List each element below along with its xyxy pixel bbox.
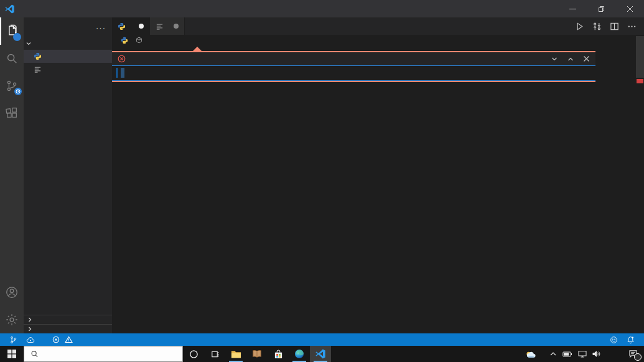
editor-actions [567, 17, 644, 35]
chevron-up-icon[interactable] [567, 55, 574, 63]
address-book-button[interactable] [246, 346, 268, 362]
modified-dot-icon[interactable] [174, 24, 179, 29]
section-timeline[interactable] [24, 324, 112, 333]
weather-cloud-icon [525, 350, 536, 358]
indentation-item[interactable] [571, 333, 579, 346]
file-explorer-icon [231, 350, 241, 359]
microsoft-store-button[interactable] [268, 346, 289, 362]
main-area: ··· [0, 17, 644, 333]
error-circle-icon [118, 55, 126, 63]
feedback-item[interactable] [605, 333, 622, 346]
file-row-keyloger[interactable] [24, 50, 112, 63]
speaker-icon[interactable] [592, 350, 600, 358]
chevron-down-icon[interactable] [551, 55, 558, 63]
chevron-right-icon [26, 316, 34, 323]
python-file-icon [121, 37, 128, 44]
language-mode-item[interactable] [597, 333, 605, 346]
txt-file-icon [34, 65, 42, 73]
search-icon[interactable] [0, 45, 24, 72]
cortana-button[interactable] [183, 346, 204, 362]
battery-icon[interactable] [562, 351, 572, 358]
explorer-header: ··· [24, 17, 112, 37]
error-source [121, 68, 124, 78]
system-tray [545, 346, 605, 362]
cursor-position-item[interactable] [562, 333, 571, 346]
edge-button[interactable] [289, 346, 310, 362]
close-icon[interactable] [615, 0, 644, 17]
open-changes-icon[interactable] [592, 22, 602, 31]
menu-bar [19, 0, 108, 17]
close-icon[interactable] [583, 55, 590, 62]
notification-count-badge [634, 353, 642, 361]
notifications-item[interactable] [622, 333, 639, 346]
sidebar-explorer: ··· [24, 17, 112, 333]
weather-widget[interactable] [520, 346, 545, 362]
folder-coding[interactable] [24, 37, 112, 50]
python-interpreter-item[interactable] [39, 333, 48, 346]
activity-bar [0, 17, 24, 333]
file-row-log[interactable] [24, 63, 112, 76]
menu-help[interactable] [97, 0, 108, 17]
menu-view[interactable] [52, 0, 63, 17]
breadcrumb [112, 35, 644, 45]
branch-status-item[interactable] [5, 333, 22, 346]
vscode-taskbar-button[interactable] [310, 346, 331, 362]
account-icon[interactable] [0, 279, 24, 306]
start-button[interactable] [0, 346, 24, 362]
section-outline[interactable] [24, 315, 112, 324]
cloud-icon [26, 336, 35, 344]
task-view-button[interactable] [204, 346, 225, 362]
search-input[interactable] [44, 350, 176, 358]
split-editor-icon[interactable] [610, 22, 619, 31]
sync-status-item[interactable] [22, 333, 39, 346]
clock-widget[interactable] [612, 346, 622, 362]
code-editor[interactable] [112, 45, 644, 82]
menu-go[interactable] [63, 0, 75, 17]
task-view-icon [210, 350, 220, 359]
file-explorer-button[interactable] [225, 346, 246, 362]
action-center-button[interactable] [622, 346, 644, 362]
menu-file[interactable] [19, 0, 30, 17]
language-indicator[interactable] [605, 346, 612, 362]
tab-log[interactable] [150, 17, 185, 35]
restore-icon[interactable] [587, 0, 615, 17]
more-actions-icon[interactable] [627, 22, 637, 31]
vscode-logo-icon [0, 4, 19, 14]
tray-expand-chevron-icon[interactable] [549, 351, 557, 357]
taskbar-search-box[interactable] [24, 346, 183, 362]
warning-triangle-icon [65, 336, 73, 343]
menu-terminal[interactable] [86, 0, 97, 17]
txt-file-icon [156, 22, 164, 30]
tab-keyloger[interactable] [112, 17, 150, 35]
error-message [116, 68, 118, 78]
peek-header [112, 52, 595, 65]
menu-edit[interactable] [30, 0, 41, 17]
scrollbar-slider[interactable] [636, 36, 644, 78]
extensions-icon[interactable] [0, 100, 24, 127]
run-icon[interactable] [575, 22, 584, 31]
problems-status-item[interactable] [48, 333, 80, 346]
error-circle-icon [52, 336, 60, 343]
network-monitor-icon[interactable] [578, 350, 587, 358]
pending-changes-clock-icon [14, 88, 22, 95]
modified-dot-icon[interactable] [139, 24, 144, 29]
encoding-item[interactable] [579, 333, 588, 346]
notifications-bell-icon [627, 336, 635, 344]
editor-body [112, 35, 644, 333]
menu-run[interactable] [75, 0, 86, 17]
source-control-icon[interactable] [0, 72, 24, 100]
explorer-files-icon[interactable] [0, 17, 24, 45]
eol-item[interactable] [588, 333, 597, 346]
more-actions-icon[interactable]: ··· [96, 23, 106, 32]
python-file-icon [34, 52, 42, 60]
editor-scrollbar [636, 35, 644, 333]
minimize-icon[interactable] [558, 0, 587, 17]
settings-gear-icon[interactable] [0, 306, 24, 333]
menu-selection[interactable] [41, 0, 52, 17]
peek-message-row[interactable] [112, 65, 595, 81]
editor-group [112, 17, 644, 333]
chevron-down-icon [25, 40, 32, 47]
vscode-window: ··· [0, 0, 644, 362]
git-branch-icon [9, 336, 17, 344]
python-file-icon [118, 22, 126, 30]
